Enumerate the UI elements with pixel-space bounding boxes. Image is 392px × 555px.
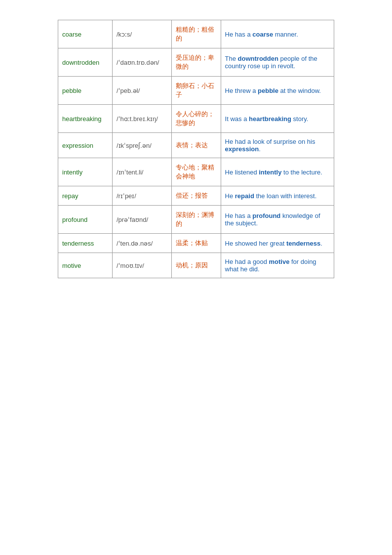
phonetic-cell: /ˈten.də.nəs/ xyxy=(112,234,171,253)
word-cell: intently xyxy=(58,158,113,186)
phonetic-cell: /ˈpeb.əl/ xyxy=(112,77,171,105)
word-cell: pebble xyxy=(58,77,113,105)
phonetic-cell: /ɪkˈspreʃ.ən/ xyxy=(112,133,171,158)
phonetic-cell: /ˈhɑːt.breɪ.kɪŋ/ xyxy=(112,105,171,133)
phonetic-cell: /ˈmoʊ.tɪv/ xyxy=(112,253,171,278)
chinese-cell: 深刻的；渊博的 xyxy=(171,206,221,234)
table-row: downtrodden/ˈdaʊn.trɒ.dən/受压迫的；卑微的The do… xyxy=(58,48,334,77)
word-cell: motive xyxy=(58,253,113,278)
word-cell: tenderness xyxy=(58,234,113,253)
example-cell: It was a heartbreaking story. xyxy=(221,105,334,133)
word-cell: repay xyxy=(58,186,113,206)
chinese-cell: 动机；原因 xyxy=(171,253,221,278)
table-row: coarse/kɔːs/粗糙的；粗俗的He has a coarse manne… xyxy=(58,20,334,48)
chinese-cell: 温柔；体贴 xyxy=(171,234,221,253)
chinese-cell: 偿还；报答 xyxy=(171,186,221,206)
phonetic-cell: /ɪnˈtent.li/ xyxy=(112,158,171,186)
vocabulary-table-container: coarse/kɔːs/粗糙的；粗俗的He has a coarse manne… xyxy=(58,20,334,278)
table-row: profound/prəˈfaʊnd/深刻的；渊博的He has a profo… xyxy=(58,206,334,234)
word-cell: coarse xyxy=(58,20,113,48)
table-row: pebble/ˈpeb.əl/鹅卵石；小石子He threw a pebble … xyxy=(58,77,334,105)
phonetic-cell: /prəˈfaʊnd/ xyxy=(112,206,171,234)
vocabulary-table: coarse/kɔːs/粗糙的；粗俗的He has a coarse manne… xyxy=(58,20,334,278)
table-row: heartbreaking/ˈhɑːt.breɪ.kɪŋ/令人心碎的；悲惨的It… xyxy=(58,105,334,133)
example-cell: He has a coarse manner. xyxy=(221,20,334,48)
chinese-cell: 粗糙的；粗俗的 xyxy=(171,20,221,48)
chinese-cell: 令人心碎的；悲惨的 xyxy=(171,105,221,133)
word-cell: downtrodden xyxy=(58,48,113,77)
chinese-cell: 表情；表达 xyxy=(171,133,221,158)
example-cell: He listened intently to the lecture. xyxy=(221,158,334,186)
chinese-cell: 鹅卵石；小石子 xyxy=(171,77,221,105)
example-cell: The downtrodden people of the country ro… xyxy=(221,48,334,77)
word-cell: expression xyxy=(58,133,113,158)
chinese-cell: 专心地；聚精会神地 xyxy=(171,158,221,186)
table-row: repay/rɪˈpeɪ/偿还；报答He repaid the loan wit… xyxy=(58,186,334,206)
word-cell: heartbreaking xyxy=(58,105,113,133)
word-cell: profound xyxy=(58,206,113,234)
example-cell: He had a good motive for doing what he d… xyxy=(221,253,334,278)
chinese-cell: 受压迫的；卑微的 xyxy=(171,48,221,77)
table-row: motive/ˈmoʊ.tɪv/动机；原因He had a good motiv… xyxy=(58,253,334,278)
phonetic-cell: /rɪˈpeɪ/ xyxy=(112,186,171,206)
example-cell: He repaid the loan with interest. xyxy=(221,186,334,206)
table-row: expression/ɪkˈspreʃ.ən/表情；表达He had a loo… xyxy=(58,133,334,158)
phonetic-cell: /kɔːs/ xyxy=(112,20,171,48)
example-cell: He had a look of surprise on his express… xyxy=(221,133,334,158)
phonetic-cell: /ˈdaʊn.trɒ.dən/ xyxy=(112,48,171,77)
example-cell: He threw a pebble at the window. xyxy=(221,77,334,105)
table-row: tenderness/ˈten.də.nəs/温柔；体贴He showed he… xyxy=(58,234,334,253)
table-row: intently/ɪnˈtent.li/专心地；聚精会神地He listened… xyxy=(58,158,334,186)
example-cell: He showed her great tenderness. xyxy=(221,234,334,253)
example-cell: He has a profound knowledge of the subje… xyxy=(221,206,334,234)
